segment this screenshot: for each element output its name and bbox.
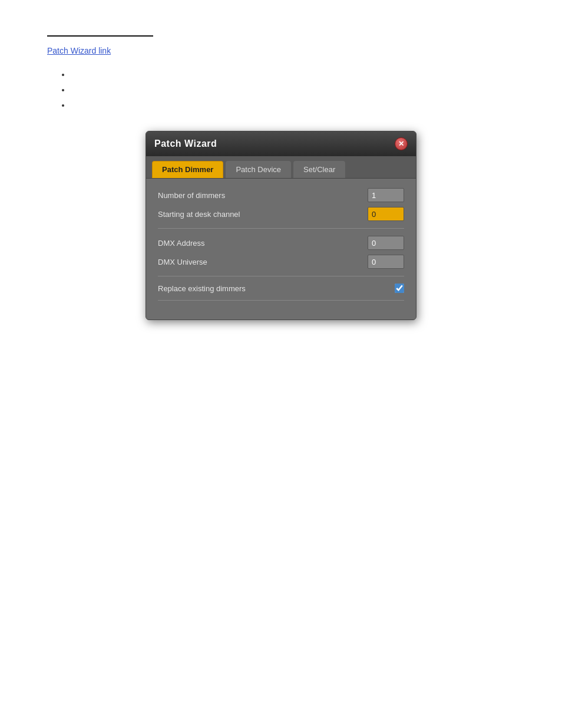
divider-3 xyxy=(158,300,404,301)
list-item xyxy=(71,83,515,98)
replace-label: Replace existing dimmers xyxy=(158,284,395,293)
heading-underline xyxy=(47,35,153,37)
dmx-address-label: DMX Address xyxy=(158,239,368,248)
tab-patch-device[interactable]: Patch Device xyxy=(226,161,291,178)
tab-bar: Patch Dimmer Patch Device Set/Clear xyxy=(146,156,416,179)
tab-patch-device-label: Patch Device xyxy=(236,165,281,174)
dmx-address-input[interactable] xyxy=(368,236,404,250)
dimmers-row: Number of dimmers xyxy=(158,188,404,202)
channel-label: Starting at desk channel xyxy=(158,210,368,219)
replace-checkbox[interactable] xyxy=(395,284,404,293)
wizard-wrapper: Patch Wizard ✕ Patch Dimmer Patch Device… xyxy=(47,131,515,320)
dmx-universe-input[interactable] xyxy=(368,255,404,269)
dmx-address-row: DMX Address xyxy=(158,236,404,250)
dimmers-input[interactable] xyxy=(368,188,404,202)
tab-set-clear-label: Set/Clear xyxy=(303,165,335,174)
wizard-titlebar: Patch Wizard ✕ xyxy=(146,131,416,156)
list-item xyxy=(71,98,515,113)
dmx-universe-label: DMX Universe xyxy=(158,258,368,266)
close-icon: ✕ xyxy=(398,140,404,148)
divider-1 xyxy=(158,228,404,229)
tab-patch-dimmer-label: Patch Dimmer xyxy=(162,165,213,174)
divider-2 xyxy=(158,276,404,276)
wizard-title: Patch Wizard xyxy=(154,139,217,149)
bullet-list xyxy=(71,67,515,113)
dimmers-label: Number of dimmers xyxy=(158,191,368,200)
link-label: Patch Wizard link xyxy=(47,46,111,55)
dmx-universe-row: DMX Universe xyxy=(158,255,404,269)
patch-wizard-dialog: Patch Wizard ✕ Patch Dimmer Patch Device… xyxy=(146,131,416,320)
channel-input[interactable] xyxy=(368,207,404,221)
tab-patch-dimmer[interactable]: Patch Dimmer xyxy=(152,161,223,178)
list-item xyxy=(71,67,515,83)
replace-row: Replace existing dimmers xyxy=(158,284,404,293)
page-link[interactable]: Patch Wizard link xyxy=(47,46,111,55)
tab-set-clear[interactable]: Set/Clear xyxy=(293,161,345,178)
close-button[interactable]: ✕ xyxy=(395,137,408,150)
channel-row: Starting at desk channel xyxy=(158,207,404,221)
wizard-body: Number of dimmers Starting at desk chann… xyxy=(146,179,416,319)
page-content: Patch Wizard link Patch Wizard ✕ Patch D… xyxy=(0,0,562,344)
